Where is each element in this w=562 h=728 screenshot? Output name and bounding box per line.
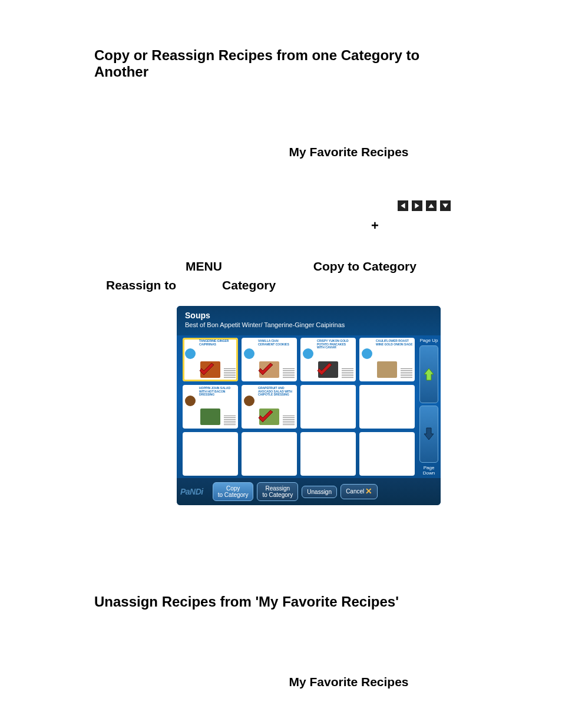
favorite-recipes-label-2: My Favorite Recipes <box>224 675 474 689</box>
svg-marker-3 <box>442 203 448 207</box>
recipe-grid: TANGERINE-GINGER CAIPIRINASVANILLA CHAI … <box>180 335 417 478</box>
recipe-card[interactable]: CRISPY YUKON GOLD POTATO PANCAKES WITH C… <box>300 338 356 381</box>
svg-marker-0 <box>401 203 405 209</box>
device-header: Soups Best of Bon Appetit Winter/ Tanger… <box>177 306 441 335</box>
recipe-card[interactable] <box>242 432 297 476</box>
recipe-card[interactable]: HOPPIN JOHN SALAD WITH HOT BACON DRESSIN… <box>183 385 238 429</box>
recipe-text-lines <box>224 416 236 425</box>
recipe-text-lines <box>342 368 353 378</box>
recipe-card[interactable] <box>300 385 356 429</box>
device-subtitle: Best of Bon Appetit Winter/ Tangerine-Gi… <box>185 321 432 328</box>
recipe-card[interactable] <box>359 385 415 429</box>
arrow-right-icon[interactable] <box>412 200 422 211</box>
recipe-card[interactable]: VANILLA CHAI CERAMENT COOKIES <box>242 338 297 381</box>
page-down-button[interactable] <box>419 406 438 463</box>
favorite-recipes-label: My Favorite Recipes <box>224 145 474 159</box>
device-panel: Soups Best of Bon Appetit Winter/ Tanger… <box>177 306 441 505</box>
recipe-card-label: TANGERINE-GINGER CAIPIRINAS <box>199 340 236 346</box>
category-label: Category <box>222 276 276 295</box>
recipe-card[interactable]: GRAPEFRUIT AND AVOCADO SALAD WITH CHIPOT… <box>242 385 297 429</box>
arrow-buttons-row <box>398 200 474 211</box>
recipe-thumbnail <box>200 409 220 425</box>
page-up-button[interactable] <box>419 345 438 403</box>
brand-logo: PaNDi <box>180 487 203 496</box>
check-icon <box>316 363 333 378</box>
arrow-down-icon[interactable] <box>440 200 451 211</box>
plus-symbol: + <box>371 218 474 233</box>
copy-to-category-button[interactable]: Copyto Category <box>213 482 254 501</box>
menu-line-row: MENU Copy to Category Reassign to Catego… <box>94 257 474 294</box>
recipe-card-label: HOPPIN JOHN SALAD WITH HOT BACON DRESSIN… <box>199 387 236 397</box>
recipe-text-lines <box>401 368 412 378</box>
recipe-thumbnail <box>377 361 397 378</box>
check-icon <box>198 363 216 378</box>
page-down-label: Page Down <box>419 465 438 476</box>
recipe-text-lines <box>283 416 295 425</box>
check-icon <box>257 363 275 378</box>
page-heading-2: Unassign Recipes from 'My Favorite Recip… <box>94 594 474 610</box>
recipe-text-lines <box>283 368 295 378</box>
recipe-badge-icon <box>185 396 196 406</box>
device-toolbar: PaNDi Copyto Category Reassignto Categor… <box>177 478 441 505</box>
page-up-label: Page Up <box>419 338 438 343</box>
unassign-button[interactable]: Unassign <box>302 486 337 498</box>
recipe-card[interactable] <box>183 432 238 476</box>
arrow-left-icon[interactable] <box>398 200 408 211</box>
recipe-card[interactable]: CAULIFLOWER ROAST WINE GOLD ONION SAGE <box>359 338 415 381</box>
recipe-card-label: GRAPEFRUIT AND AVOCADO SALAD WITH CHIPOT… <box>258 387 295 397</box>
recipe-card[interactable] <box>359 432 415 476</box>
reassign-to-category-button[interactable]: Reassignto Category <box>257 482 298 501</box>
close-icon: ✕ <box>365 487 372 496</box>
device-title: Soups <box>185 311 432 320</box>
recipe-badge-icon <box>244 396 254 406</box>
recipe-badge-icon <box>303 348 313 359</box>
copy-to-category-label: Copy to Category <box>313 257 416 276</box>
recipe-badge-icon <box>244 348 254 359</box>
reassign-to-label: Reassign to <box>106 276 176 295</box>
recipe-card[interactable] <box>300 432 356 476</box>
check-icon <box>257 410 275 425</box>
cancel-label: Cancel <box>346 488 364 495</box>
recipe-badge-icon <box>362 348 372 359</box>
recipe-card[interactable]: TANGERINE-GINGER CAIPIRINAS <box>183 338 238 381</box>
arrow-up-icon[interactable] <box>426 200 437 211</box>
recipe-badge-icon <box>185 348 196 359</box>
recipe-text-lines <box>224 368 236 378</box>
page-heading-1: Copy or Reassign Recipes from one Catego… <box>94 47 474 80</box>
cancel-button[interactable]: Cancel ✕ <box>340 484 378 499</box>
recipe-card-label: VANILLA CHAI CERAMENT COOKIES <box>258 340 295 346</box>
svg-marker-2 <box>428 203 434 207</box>
recipe-card-label: CAULIFLOWER ROAST WINE GOLD ONION SAGE <box>376 340 413 346</box>
menu-label: MENU <box>186 257 222 276</box>
svg-marker-1 <box>415 203 419 209</box>
side-column: Page Up Page Down <box>418 335 439 478</box>
recipe-card-label: CRISPY YUKON GOLD POTATO PANCAKES WITH C… <box>317 340 354 350</box>
